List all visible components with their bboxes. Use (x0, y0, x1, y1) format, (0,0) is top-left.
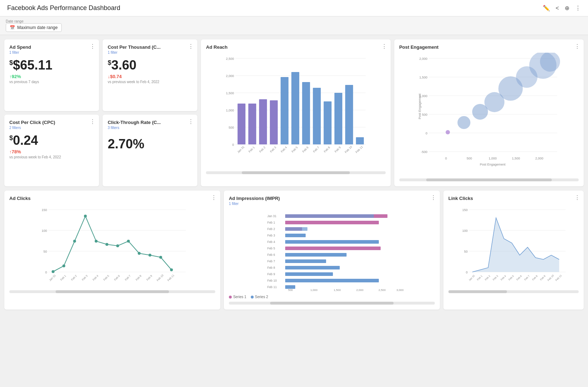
date-range-value: Maximum date range (17, 25, 58, 30)
ad-spend-filter[interactable]: 1 filter (9, 51, 94, 54)
svg-text:0: 0 (425, 132, 427, 135)
ad-impressions-menu[interactable]: ⋮ (431, 194, 436, 201)
svg-text:1,500: 1,500 (334, 288, 341, 292)
post-engagement-scrollbar[interactable] (399, 178, 579, 181)
svg-text:Feb 1: Feb 1 (476, 274, 483, 281)
ad-spend-change: ↑92% (9, 74, 94, 79)
link-clicks-scrollbar[interactable] (448, 290, 579, 293)
svg-text:100: 100 (42, 229, 47, 233)
svg-text:Feb 7: Feb 7 (312, 145, 320, 153)
calendar-icon: 📅 (10, 25, 15, 30)
ad-reach-scrollbar[interactable] (206, 171, 385, 174)
card-ad-reach: ⋮ Ad Reach 2,500 2,000 1,500 1,000 500 0 (201, 39, 390, 186)
svg-point-76 (105, 243, 108, 246)
svg-text:150: 150 (462, 208, 467, 212)
link-clicks-menu[interactable]: ⋮ (574, 194, 580, 201)
svg-point-79 (138, 252, 141, 255)
ctr-filter[interactable]: 3 filters (108, 126, 192, 130)
svg-text:Jan 31: Jan 31 (48, 274, 56, 282)
svg-text:Feb 4: Feb 4 (500, 274, 507, 281)
cpc-title: Cost Per Click (CPC) (9, 120, 94, 125)
cpc-value: $0.24 (9, 133, 94, 148)
card-post-engagement: ⋮ Post Engagement 2,000 1,500 1,000 500 … (394, 39, 584, 186)
date-range-button[interactable]: 📅 Maximum date range (6, 23, 62, 32)
svg-marker-135 (472, 218, 559, 272)
svg-text:Feb 2: Feb 2 (484, 274, 491, 281)
svg-text:Feb 9: Feb 9 (540, 274, 546, 281)
svg-text:1,500: 1,500 (419, 76, 427, 79)
svg-text:150: 150 (42, 208, 47, 212)
svg-rect-126 (285, 285, 295, 289)
svg-text:1,500: 1,500 (512, 157, 520, 160)
more-icon[interactable]: ⋮ (575, 5, 581, 11)
svg-text:Feb 11: Feb 11 (355, 145, 364, 154)
svg-rect-119 (285, 240, 379, 244)
ad-impressions-scrollbar[interactable] (229, 302, 435, 305)
svg-rect-20 (324, 101, 331, 144)
ctr-menu[interactable]: ⋮ (188, 118, 194, 125)
svg-rect-17 (291, 72, 299, 144)
svg-point-82 (170, 268, 173, 271)
cpc-change: ↑78% (9, 149, 94, 154)
app-header: Facebook Ads Performance Dashboard ✏️ < … (0, 0, 588, 16)
svg-text:Feb 5: Feb 5 (291, 145, 298, 153)
card-ad-spend: ⋮ Ad Spend 1 filter $$65.11 ↑92% vs prev… (4, 39, 99, 111)
dashboard-grid: ⋮ Ad Spend 1 filter $$65.11 ↑92% vs prev… (0, 35, 588, 191)
ctr-title: Click-Through Rate (C... (108, 120, 192, 125)
svg-text:Feb 1: Feb 1 (248, 145, 255, 153)
ad-impressions-filter[interactable]: 1 filter (229, 202, 435, 206)
svg-text:500: 500 (422, 113, 427, 116)
svg-text:Feb 9: Feb 9 (146, 274, 153, 281)
post-engagement-menu[interactable]: ⋮ (574, 43, 580, 50)
svg-text:Feb 2: Feb 2 (70, 274, 77, 281)
cpc-filter[interactable]: 2 filters (9, 126, 94, 130)
svg-text:Feb 3: Feb 3 (492, 274, 499, 281)
ad-spend-menu[interactable]: ⋮ (90, 43, 95, 50)
cpm-title: Cost Per Thousand (C... (108, 44, 192, 50)
svg-text:Feb 11: Feb 11 (267, 285, 277, 289)
date-range-label: Date range (6, 19, 582, 23)
svg-text:Feb 4: Feb 4 (92, 274, 99, 281)
svg-text:0: 0 (45, 271, 47, 274)
ad-spend-vs: vs previous 7 days (9, 80, 94, 84)
ad-reach-menu[interactable]: ⋮ (381, 43, 387, 50)
ad-clicks-menu[interactable]: ⋮ (211, 194, 217, 201)
svg-text:2,000: 2,000 (419, 57, 427, 61)
svg-point-78 (127, 240, 130, 243)
svg-point-73 (73, 240, 76, 243)
svg-text:-500: -500 (421, 150, 427, 154)
cpm-filter[interactable]: 1 filter (108, 51, 192, 54)
ad-clicks-scrollbar[interactable] (9, 290, 215, 293)
svg-rect-18 (302, 82, 310, 144)
svg-text:Feb 3: Feb 3 (269, 145, 277, 153)
ad-spend-value: $$65.11 (9, 58, 94, 72)
card-link-clicks: ⋮ Link Clicks 150 100 50 0 Jan 31 (443, 191, 584, 310)
svg-text:1,000: 1,000 (489, 157, 497, 160)
svg-text:1,000: 1,000 (310, 288, 318, 292)
edit-icon[interactable]: ✏️ (543, 5, 550, 11)
svg-text:Feb 3: Feb 3 (267, 234, 275, 237)
svg-text:Feb 5: Feb 5 (508, 274, 514, 281)
card-cpm: ⋮ Cost Per Thousand (C... 1 filter $3.60… (103, 39, 197, 111)
svg-rect-14 (259, 99, 267, 144)
cpm-menu[interactable]: ⋮ (188, 43, 194, 50)
svg-text:2,500: 2,500 (378, 288, 386, 292)
svg-text:1,000: 1,000 (226, 109, 234, 112)
ad-impressions-title: Ad Impressions (IMPR) (229, 196, 435, 201)
ad-reach-chart: 2,500 2,000 1,500 1,000 500 0 (206, 53, 385, 168)
cpc-menu[interactable]: ⋮ (90, 118, 95, 125)
svg-text:Feb 11: Feb 11 (555, 274, 562, 281)
share-icon[interactable]: < (556, 5, 559, 11)
svg-rect-22 (345, 85, 353, 144)
svg-text:Post Engagement: Post Engagement (480, 163, 505, 166)
toolbar: Date range 📅 Maximum date range (0, 16, 588, 35)
cpm-change: ↓$0.74 (108, 74, 192, 79)
svg-point-71 (52, 270, 55, 273)
svg-text:Feb 9: Feb 9 (267, 272, 275, 276)
download-icon[interactable]: ⊕ (565, 5, 569, 11)
cpm-value: $3.60 (108, 58, 192, 72)
svg-text:50: 50 (43, 250, 47, 253)
svg-rect-16 (281, 77, 288, 144)
svg-text:Feb 7: Feb 7 (524, 274, 530, 281)
svg-text:Feb 7: Feb 7 (124, 274, 131, 281)
